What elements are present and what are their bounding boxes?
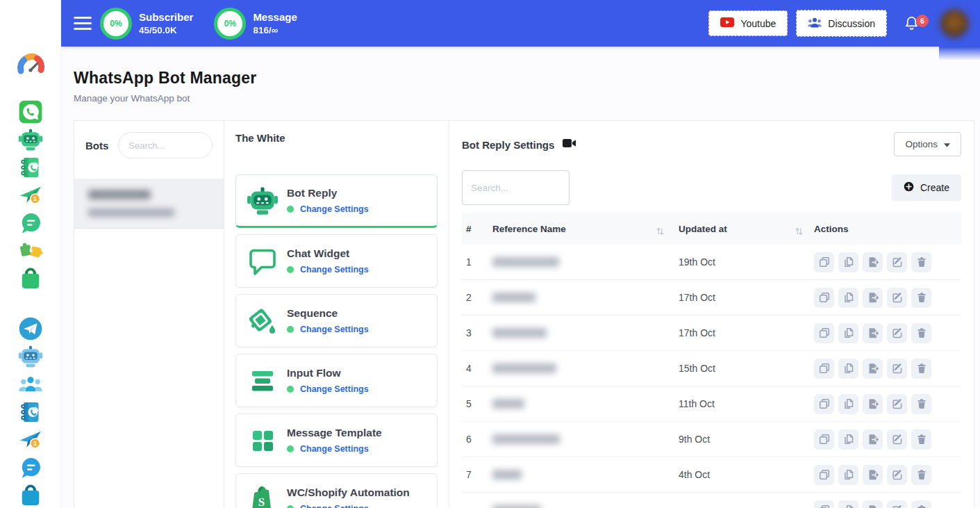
- notifications-button[interactable]: 6: [904, 15, 920, 33]
- whatsapp-store-icon[interactable]: [18, 266, 43, 291]
- discussion-button[interactable]: Discussion: [796, 10, 887, 37]
- copy-button[interactable]: [838, 394, 858, 414]
- whatsapp-contacts-icon[interactable]: [18, 155, 43, 180]
- delete-icon: [916, 434, 927, 445]
- reference-name-redacted: [492, 505, 674, 508]
- whatsapp-icon[interactable]: [18, 99, 43, 124]
- change-settings-link[interactable]: Change Settings: [300, 384, 369, 394]
- sort-icon[interactable]: [656, 227, 664, 238]
- copy-button[interactable]: [838, 359, 858, 379]
- copy-button[interactable]: [838, 465, 858, 485]
- edit-button[interactable]: [887, 288, 907, 308]
- export-button[interactable]: [863, 465, 883, 485]
- copy-button[interactable]: [838, 288, 858, 308]
- youtube-button[interactable]: Youtube: [708, 10, 788, 36]
- menu-card-wc-shopify-automation[interactable]: SWC/Shopify AutomationChange Settings: [235, 473, 438, 508]
- duplicate-button[interactable]: [814, 394, 834, 414]
- telegram-group-icon[interactable]: [18, 372, 43, 397]
- menu-card-input-flow[interactable]: Input FlowChange Settings: [235, 354, 438, 407]
- export-button[interactable]: [863, 288, 883, 308]
- menu-card-sequence[interactable]: SequenceChange Settings: [235, 294, 438, 347]
- delete-button[interactable]: [911, 288, 931, 308]
- edit-button[interactable]: [887, 500, 907, 508]
- duplicate-icon: [819, 256, 830, 268]
- copy-button[interactable]: [838, 429, 858, 450]
- duplicate-button[interactable]: [814, 429, 834, 450]
- change-settings-link[interactable]: Change Settings: [300, 325, 369, 334]
- delete-button[interactable]: [911, 429, 931, 450]
- menu-card-bot-reply[interactable]: Bot ReplyChange Settings: [235, 174, 438, 228]
- edit-icon: [892, 398, 903, 409]
- copy-button[interactable]: [838, 252, 858, 272]
- create-button[interactable]: Create: [892, 174, 961, 201]
- telegram-icon[interactable]: [18, 316, 43, 341]
- duplicate-button[interactable]: [814, 288, 834, 308]
- telegram-chat-icon[interactable]: [18, 455, 43, 480]
- export-button[interactable]: [863, 500, 883, 508]
- avatar-dropdown-fade: [939, 47, 980, 61]
- sort-icon[interactable]: [795, 227, 803, 238]
- telegram-broadcast-icon[interactable]: 1: [18, 427, 43, 452]
- export-icon: [867, 292, 879, 303]
- change-settings-link[interactable]: Change Settings: [300, 444, 369, 454]
- change-settings-link[interactable]: Change Settings: [300, 204, 369, 214]
- telegram-store-icon[interactable]: [18, 483, 43, 508]
- bot-list-item-selected[interactable]: [74, 179, 224, 229]
- export-button[interactable]: [863, 429, 883, 450]
- duplicate-button[interactable]: [814, 465, 834, 485]
- updated-at: 11th Oct: [674, 398, 810, 409]
- telegram-contacts-icon[interactable]: [18, 400, 43, 425]
- integration-puzzle-icon[interactable]: [18, 238, 43, 263]
- edit-button[interactable]: [887, 252, 907, 272]
- whatsapp-chat-icon[interactable]: [18, 211, 43, 236]
- table-row: 511th Oct: [462, 386, 961, 422]
- row-number: 7: [462, 469, 492, 480]
- delete-button[interactable]: [911, 359, 931, 379]
- dashboard-gauge-icon[interactable]: [15, 51, 46, 81]
- reference-name-redacted: [492, 470, 674, 480]
- avatar[interactable]: [938, 8, 970, 40]
- export-button[interactable]: [863, 323, 883, 343]
- export-icon: [867, 363, 879, 374]
- delete-button[interactable]: [911, 465, 931, 485]
- sidebar-icon-list: 11: [0, 0, 60, 508]
- delete-button[interactable]: [911, 500, 931, 508]
- chat-widget-icon: [247, 245, 279, 277]
- export-button[interactable]: [863, 394, 883, 414]
- telegram-bot-icon[interactable]: [18, 344, 43, 369]
- duplicate-icon: [819, 434, 830, 445]
- duplicate-button[interactable]: [814, 323, 834, 343]
- options-button[interactable]: Options: [894, 132, 961, 156]
- video-camera-icon[interactable]: [563, 138, 576, 151]
- edit-button[interactable]: [887, 465, 907, 485]
- copy-button[interactable]: [838, 323, 858, 343]
- edit-button[interactable]: [887, 323, 907, 343]
- duplicate-button[interactable]: [814, 500, 834, 508]
- edit-button[interactable]: [887, 429, 907, 450]
- row-actions: [810, 252, 961, 272]
- hamburger-menu-icon[interactable]: [74, 17, 92, 30]
- edit-icon: [892, 256, 903, 268]
- copy-button[interactable]: [838, 500, 858, 508]
- duplicate-button[interactable]: [814, 359, 834, 379]
- subscriber-progress-circle: 0%: [100, 8, 132, 40]
- edit-icon: [892, 505, 903, 508]
- edit-button[interactable]: [887, 394, 907, 414]
- bots-search-input[interactable]: [118, 132, 213, 158]
- export-button[interactable]: [863, 252, 883, 272]
- reply-search-input[interactable]: [462, 170, 570, 205]
- menu-card-message-template[interactable]: Message TemplateChange Settings: [235, 413, 438, 467]
- delete-button[interactable]: [911, 252, 931, 272]
- delete-button[interactable]: [911, 394, 931, 414]
- delete-button[interactable]: [911, 323, 931, 343]
- export-icon: [867, 398, 879, 409]
- export-button[interactable]: [863, 359, 883, 379]
- whatsapp-bot-icon[interactable]: [18, 127, 43, 152]
- menu-card-chat-widget[interactable]: Chat WidgetChange Settings: [235, 234, 438, 288]
- duplicate-button[interactable]: [814, 252, 834, 272]
- sequence-icon: [247, 305, 279, 337]
- change-settings-link[interactable]: Change Settings: [300, 504, 369, 508]
- whatsapp-broadcast-icon[interactable]: 1: [18, 183, 43, 208]
- change-settings-link[interactable]: Change Settings: [300, 265, 369, 275]
- edit-button[interactable]: [887, 359, 907, 379]
